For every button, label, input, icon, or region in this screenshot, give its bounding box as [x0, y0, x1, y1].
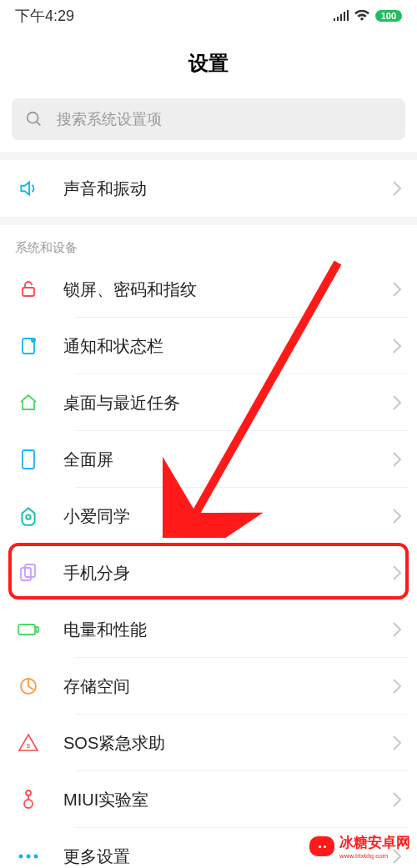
- row-lockscreen[interactable]: 锁屏、密码和指纹: [0, 261, 417, 318]
- svg-rect-2: [23, 288, 34, 296]
- status-indicators: 100: [334, 10, 402, 22]
- svg-rect-9: [18, 625, 35, 635]
- svg-point-13: [26, 790, 31, 795]
- row-label: 锁屏、密码和指纹: [63, 278, 392, 301]
- chevron-right-icon: [392, 451, 402, 468]
- sos-icon: $: [15, 733, 42, 753]
- section-gap: [0, 217, 417, 225]
- chevron-right-icon: [392, 791, 402, 808]
- search-input[interactable]: [57, 111, 392, 128]
- section-header: 系统和设备: [0, 225, 417, 261]
- svg-text:$: $: [27, 742, 31, 750]
- row-notification[interactable]: 通知和状态栏: [0, 318, 417, 374]
- xiaoai-icon: [15, 505, 42, 527]
- status-time: 下午4:29: [15, 6, 74, 26]
- watermark-url: www.btxtdq.com: [339, 852, 410, 860]
- svg-point-0: [28, 113, 38, 123]
- chevron-right-icon: [392, 180, 402, 197]
- row-label: 声音和振动: [63, 178, 392, 200]
- status-bar: 下午4:29 100: [0, 0, 417, 32]
- section-gap: [0, 152, 417, 160]
- row-desktop[interactable]: 桌面与最近任务: [0, 374, 417, 431]
- row-xiaoai[interactable]: 小爱同学: [0, 488, 417, 544]
- svg-line-1: [37, 122, 41, 126]
- svg-point-4: [31, 338, 36, 343]
- row-storage[interactable]: 存储空间: [0, 658, 417, 715]
- svg-point-16: [27, 855, 31, 859]
- chevron-right-icon: [392, 621, 402, 638]
- chevron-right-icon: [392, 564, 402, 581]
- row-sound[interactable]: 声音和振动: [0, 160, 417, 217]
- svg-point-15: [19, 855, 23, 859]
- chevron-right-icon: [392, 281, 402, 298]
- svg-point-6: [26, 514, 30, 519]
- battery-icon: [15, 622, 42, 637]
- chevron-right-icon: [392, 735, 402, 751]
- notification-icon: [15, 336, 42, 356]
- sound-icon: [15, 178, 42, 199]
- row-fullscreen[interactable]: 全面屏: [0, 431, 417, 488]
- wifi-icon: [354, 10, 370, 22]
- lock-icon: [15, 279, 42, 299]
- row-lab[interactable]: MIUI实验室: [0, 771, 417, 828]
- row-sos[interactable]: $ SOS紧急求助: [0, 715, 417, 771]
- watermark: 冰糖安卓网 www.btxtdq.com: [309, 833, 410, 860]
- row-label: 全面屏: [63, 449, 392, 471]
- row-phone-clone[interactable]: 手机分身: [0, 544, 417, 601]
- row-battery[interactable]: 电量和性能: [0, 601, 417, 658]
- signal-icon: [334, 10, 349, 22]
- svg-point-14: [24, 800, 33, 808]
- storage-icon: [15, 676, 42, 696]
- row-label: 手机分身: [63, 562, 392, 585]
- svg-rect-10: [36, 627, 38, 632]
- row-label: 存储空间: [63, 675, 392, 698]
- chevron-right-icon: [392, 508, 402, 524]
- chevron-right-icon: [392, 338, 402, 354]
- home-icon: [15, 393, 42, 413]
- watermark-text: 冰糖安卓网: [339, 833, 410, 852]
- svg-point-17: [34, 855, 38, 859]
- search-box[interactable]: [12, 98, 405, 140]
- chevron-right-icon: [392, 678, 402, 695]
- chevron-right-icon: [392, 394, 402, 411]
- clone-icon: [15, 563, 42, 583]
- watermark-logo-icon: [309, 836, 334, 856]
- row-label: MIUI实验室: [63, 789, 392, 811]
- battery-badge: 100: [375, 10, 402, 22]
- page-title: 设置: [0, 32, 417, 98]
- svg-rect-8: [25, 564, 35, 577]
- row-label: SOS紧急求助: [63, 732, 392, 755]
- search-icon: [25, 110, 43, 128]
- row-label: 桌面与最近任务: [63, 392, 392, 414]
- fullscreen-icon: [15, 449, 42, 470]
- row-label: 电量和性能: [63, 619, 392, 641]
- svg-rect-5: [23, 450, 34, 469]
- more-icon: [15, 852, 42, 860]
- svg-rect-7: [21, 568, 31, 580]
- lab-icon: [15, 789, 42, 810]
- row-label: 小爱同学: [63, 505, 392, 528]
- row-label: 通知和状态栏: [63, 335, 392, 358]
